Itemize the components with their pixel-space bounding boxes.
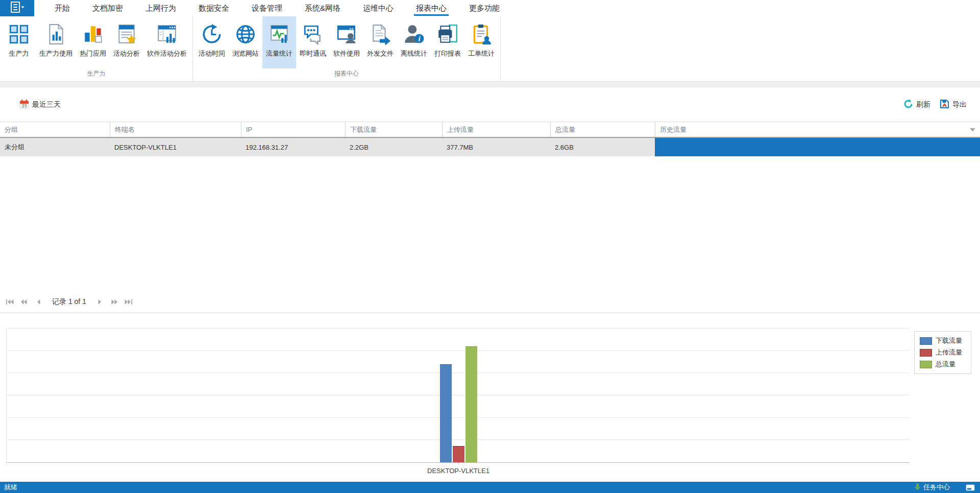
menu-tabs: 开始文档加密上网行为数据安全设备管理系统&网络运维中心报表中心更多功能 bbox=[43, 0, 511, 16]
productivity-grid-icon bbox=[7, 21, 31, 47]
pager-prev-icon[interactable] bbox=[34, 298, 43, 306]
column-header-4[interactable]: 下载流量 bbox=[345, 122, 442, 137]
toolbar-right-actions: 刷新 导出 bbox=[903, 99, 967, 110]
ribbon-item-browse-website[interactable]: 浏览网站 bbox=[229, 16, 262, 68]
legend-item-下载流量: 下载流量 bbox=[920, 336, 966, 345]
menu-tab-4[interactable]: 数据安全 bbox=[187, 0, 240, 16]
ribbon-item-hot-apps[interactable]: 热门应用 bbox=[76, 16, 110, 68]
application-window: 开始文档加密上网行为数据安全设备管理系统&网络运维中心报表中心更多功能 生产力生… bbox=[0, 0, 980, 493]
ribbon-item-label: 活动分析 bbox=[113, 49, 140, 58]
bar-下载流量 bbox=[440, 364, 452, 462]
task-window-icon[interactable] bbox=[966, 484, 975, 491]
refresh-label: 刷新 bbox=[916, 100, 930, 109]
menu-tab-8[interactable]: 报表中心 bbox=[405, 0, 458, 16]
menu-tab-2[interactable]: 文档加密 bbox=[81, 0, 134, 16]
pager-first-icon[interactable] bbox=[5, 298, 14, 306]
productivity-usage-icon bbox=[44, 21, 68, 47]
legend-swatch bbox=[920, 349, 932, 357]
software-activity-icon bbox=[155, 21, 179, 47]
instant-messaging-icon bbox=[301, 21, 325, 47]
browse-website-icon bbox=[234, 21, 257, 47]
ribbon-item-activity-time[interactable]: 活动时间 bbox=[195, 16, 229, 68]
task-center-label: 任务中心 bbox=[923, 483, 950, 492]
column-header-7[interactable]: 历史流量 bbox=[655, 122, 980, 137]
x-axis-category-label: DESKTOP-VLKTLE1 bbox=[427, 467, 489, 475]
column-header-label: 总流量 bbox=[555, 125, 575, 134]
offline-stats-icon: i bbox=[402, 21, 426, 47]
pager-record-text: 记录 1 of 1 bbox=[52, 297, 86, 307]
legend-item-总流量: 总流量 bbox=[920, 360, 966, 369]
ribbon-item-activity-analysis[interactable]: 活动分析 bbox=[110, 16, 143, 68]
ribbon-item-software-usage[interactable]: 软件使用 bbox=[330, 16, 363, 68]
menu-tab-9[interactable]: 更多功能 bbox=[458, 0, 511, 16]
cell-6: 2.6GB bbox=[550, 138, 655, 156]
date-range-button[interactable]: 23 最近三天 bbox=[19, 99, 61, 110]
export-button[interactable]: 导出 bbox=[940, 99, 967, 110]
refresh-button[interactable]: 刷新 bbox=[903, 99, 930, 110]
cell-3: 192.168.31.27 bbox=[241, 138, 345, 156]
column-header-6[interactable]: 总流量 bbox=[550, 122, 655, 137]
legend-swatch bbox=[920, 337, 932, 345]
menu-tab-3[interactable]: 上网行为 bbox=[134, 0, 187, 16]
task-center-button[interactable]: 任务中心 bbox=[914, 483, 950, 492]
ribbon-item-outgoing-files[interactable]: 外发文件 bbox=[363, 16, 397, 68]
history-traffic-bar bbox=[655, 138, 980, 156]
menu-tab-5[interactable]: 设备管理 bbox=[240, 0, 293, 16]
column-header-3[interactable]: IP bbox=[241, 122, 345, 137]
bar-总流量 bbox=[465, 346, 477, 462]
menu-tab-6[interactable]: 系统&网络 bbox=[293, 0, 352, 16]
ribbon-group-items-2: 活动时间浏览网站流量统计即时通讯软件使用外发文件i离线统计打印报表工单统计 bbox=[195, 16, 498, 68]
pager-next-icon[interactable] bbox=[95, 298, 105, 306]
gridline bbox=[7, 439, 910, 440]
pager-fast-next-icon[interactable] bbox=[110, 298, 119, 306]
ribbon-item-work-order[interactable]: 工单统计 bbox=[464, 16, 498, 68]
bar-上传流量 bbox=[453, 446, 464, 462]
report-toolbar: 23 最近三天 刷新 导出 bbox=[0, 87, 980, 122]
download-arrow-icon bbox=[914, 483, 921, 492]
activity-analysis-icon bbox=[115, 21, 138, 47]
activity-time-icon bbox=[200, 21, 224, 47]
ribbon-item-label: 外发文件 bbox=[367, 49, 394, 58]
ribbon-item-productivity-usage[interactable]: 生产力使用 bbox=[36, 16, 76, 68]
ribbon-item-offline-stats[interactable]: i离线统计 bbox=[397, 16, 431, 68]
filter-dropdown-icon[interactable] bbox=[970, 126, 975, 133]
app-menu-button[interactable] bbox=[0, 0, 34, 16]
pager-fast-prev-icon[interactable] bbox=[19, 298, 29, 306]
date-range-label: 最近三天 bbox=[32, 100, 61, 109]
traffic-bar-chart: DESKTOP-VLKTLE1 下载流量上传流量总流量 bbox=[0, 313, 980, 482]
ribbon-item-instant-messaging[interactable]: 即时通讯 bbox=[296, 16, 330, 68]
export-label: 导出 bbox=[952, 100, 967, 109]
legend-swatch bbox=[920, 361, 932, 368]
legend-label: 上传流量 bbox=[936, 348, 962, 357]
ribbon-item-print-report[interactable]: 打印报表 bbox=[431, 16, 464, 68]
ribbon-item-label: 即时通讯 bbox=[300, 49, 326, 58]
status-bar: 就绪 任务中心 bbox=[0, 482, 980, 493]
hot-apps-icon bbox=[81, 21, 105, 47]
gridline bbox=[7, 328, 910, 328]
ribbon-item-label: 流量统计 bbox=[266, 49, 292, 58]
refresh-icon bbox=[903, 99, 913, 110]
ribbon-item-label: 打印报表 bbox=[434, 49, 461, 58]
menu-tab-7[interactable]: 运维中心 bbox=[352, 0, 405, 16]
ribbon-item-label: 软件活动分析 bbox=[147, 49, 187, 58]
table-row[interactable]: 未分组DESKTOP-VLKTLE1192.168.31.272.2GB377.… bbox=[0, 138, 980, 156]
column-header-label: 分组 bbox=[5, 125, 18, 134]
column-header-5[interactable]: 上传流量 bbox=[442, 122, 550, 137]
ribbon-item-traffic-stats[interactable]: 流量统计 bbox=[262, 16, 296, 68]
ribbon-item-productivity-grid[interactable]: 生产力 bbox=[2, 16, 36, 68]
chart-plot-area: DESKTOP-VLKTLE1 bbox=[6, 329, 910, 463]
work-order-icon bbox=[470, 21, 493, 47]
ribbon-item-label: 浏览网站 bbox=[232, 49, 259, 58]
menu-bar: 开始文档加密上网行为数据安全设备管理系统&网络运维中心报表中心更多功能 bbox=[0, 0, 980, 16]
column-header-1[interactable]: 分组 bbox=[0, 122, 110, 137]
traffic-table: 分组终端名IP下载流量上传流量总流量历史流量 未分组DESKTOP-VLKTLE… bbox=[0, 122, 980, 156]
pager-last-icon[interactable] bbox=[124, 298, 133, 306]
cell-5: 377.7MB bbox=[442, 138, 550, 156]
column-header-2[interactable]: 终端名 bbox=[110, 122, 241, 137]
menu-tab-1[interactable]: 开始 bbox=[43, 0, 81, 16]
ribbon-group-2: 活动时间浏览网站流量统计即时通讯软件使用外发文件i离线统计打印报表工单统计报表中… bbox=[193, 16, 501, 81]
ribbon-group-1: 生产力生产力使用热门应用活动分析软件活动分析生产力 bbox=[0, 16, 193, 81]
export-icon bbox=[940, 99, 949, 110]
ribbon-item-software-activity[interactable]: 软件活动分析 bbox=[143, 16, 190, 68]
status-text: 就绪 bbox=[4, 483, 17, 492]
